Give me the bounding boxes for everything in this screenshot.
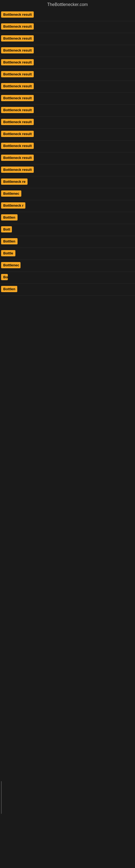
bottleneck-badge[interactable]: Bottleneck result xyxy=(1,59,34,65)
result-row: Bottleneck result xyxy=(0,21,135,33)
bottleneck-badge[interactable]: Bottleneck result xyxy=(1,107,34,113)
result-row: Bottleneck result xyxy=(0,141,135,152)
result-row: Bottlenec xyxy=(0,188,135,200)
bottleneck-badge[interactable]: Bott xyxy=(1,226,12,232)
result-row: Bottleneck result xyxy=(0,105,135,117)
result-row: Bottleneck result xyxy=(0,129,135,141)
bottleneck-badge[interactable]: Bottleneck result xyxy=(1,11,34,18)
result-row: Bottleneck re xyxy=(0,176,135,188)
bottleneck-badge[interactable]: Bottleneck result xyxy=(1,155,34,161)
result-row: Bottleneck result xyxy=(0,81,135,93)
bottleneck-badge[interactable]: Bottleneck result xyxy=(1,119,34,125)
result-row: Bottleneck result xyxy=(0,33,135,45)
bottleneck-badge[interactable]: Bottleneck result xyxy=(1,166,34,173)
result-row: Bottle xyxy=(0,248,135,260)
bottleneck-badge[interactable]: Bottleneck r xyxy=(1,203,26,209)
result-row: Bottleneck result xyxy=(0,152,135,164)
result-row: Bo xyxy=(0,272,135,284)
result-row: Bottleneck result xyxy=(0,164,135,176)
result-row: Bottleneck result xyxy=(0,93,135,105)
bottleneck-badge[interactable]: Bottleneck result xyxy=(1,71,34,77)
bottleneck-badge[interactable]: Bottleneck result xyxy=(1,83,34,89)
bottleneck-badge[interactable]: Bottlen xyxy=(1,214,17,220)
result-row: Bottlen xyxy=(0,212,135,224)
bottom-section xyxy=(0,296,135,307)
result-row: Bottleneck result xyxy=(0,69,135,81)
result-row: Bottlenec xyxy=(0,260,135,272)
result-row: Bottleneck r xyxy=(0,200,135,212)
bottleneck-badge[interactable]: Bottleneck result xyxy=(1,143,34,149)
bottleneck-badge[interactable]: Bo xyxy=(1,274,8,280)
result-row: Bottlen xyxy=(0,236,135,248)
result-row: Bottleneck result xyxy=(0,45,135,57)
bottleneck-badge[interactable]: Bottlen xyxy=(1,238,17,244)
bottleneck-badge[interactable]: Bottleneck re xyxy=(1,179,28,185)
bottleneck-badge[interactable]: Bottleneck result xyxy=(1,47,34,54)
result-row: Bottleneck result xyxy=(0,117,135,129)
bottleneck-badge[interactable]: Bottleneck result xyxy=(1,35,34,41)
bottleneck-badge[interactable]: Bottleneck result xyxy=(1,95,34,101)
bottleneck-badge[interactable]: Bottleneck result xyxy=(1,131,34,137)
site-title: TheBottlenecker.com xyxy=(0,0,135,9)
bottleneck-badge[interactable]: Bottlenec xyxy=(1,262,20,268)
bottleneck-badge[interactable]: Bottleneck result xyxy=(1,23,34,30)
result-row: Bottleneck result xyxy=(0,57,135,69)
result-row: Bottleneck result xyxy=(0,9,135,21)
bottleneck-badge[interactable]: Bottle xyxy=(1,250,15,256)
result-row: Bott xyxy=(0,224,135,236)
bottleneck-badge[interactable]: Bottlen xyxy=(1,286,17,292)
bottleneck-badge[interactable]: Bottlenec xyxy=(1,190,21,197)
result-row: Bottlen xyxy=(0,284,135,296)
vertical-line xyxy=(1,781,2,814)
